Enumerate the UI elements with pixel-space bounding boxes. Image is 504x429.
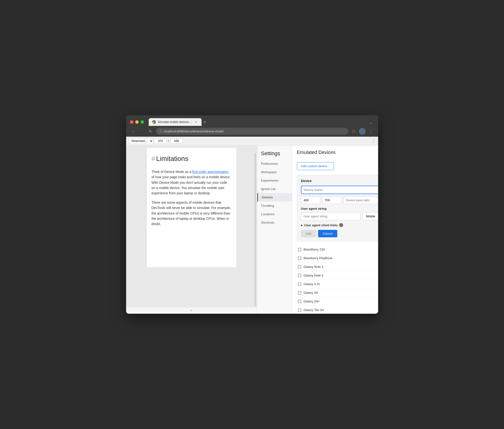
device-checkbox-galaxy-note-3[interactable]: [298, 265, 301, 268]
address-text: localhost:8080/docs/devtools/device-mode…: [164, 129, 224, 133]
nav-right: ⬡ 👤 ⋮: [350, 128, 374, 135]
tab-close-button[interactable]: ×: [194, 120, 198, 124]
back-icon: ←: [131, 129, 135, 134]
ua-hints-arrow: ▶: [301, 224, 303, 226]
preview-bottom: ≡: [126, 307, 257, 314]
heading-text: Limitations: [156, 155, 188, 162]
device-name-galaxy-note-3: Galaxy Note 3: [304, 265, 378, 268]
profile-icon: 👤: [360, 129, 364, 133]
dimension-selector: Dimension... ×: [129, 138, 183, 144]
list-item[interactable]: BlackBerry Z30: [297, 245, 378, 254]
device-name-galaxy-s9plus: Galaxy S9+: [304, 300, 378, 303]
maximize-traffic-light[interactable]: [141, 120, 144, 124]
sidebar-item-throttling[interactable]: Throttling: [257, 202, 292, 210]
dimension-select[interactable]: Dimension...: [129, 138, 153, 144]
ua-type-select[interactable]: Mobile Desktop Tablet: [362, 212, 378, 220]
device-name-galaxy-s8: Galaxy S8: [304, 291, 378, 295]
ua-string-label: User agent string: [301, 207, 378, 210]
device-name-blackberry-playbook: Blackberry PlayBook: [304, 256, 378, 260]
width-input[interactable]: [154, 138, 167, 144]
ua-hints-info-icon[interactable]: i: [339, 223, 343, 227]
active-tab[interactable]: Simulate mobile devices with D ×: [149, 118, 202, 126]
new-tab-button[interactable]: +: [202, 118, 208, 126]
paragraph-1: Think of Device Mode as a first-order ap…: [152, 169, 232, 196]
ua-row: Mobile Desktop Tablet: [301, 212, 378, 220]
refresh-icon: ↻: [149, 129, 152, 134]
resize-handle[interactable]: ≡: [190, 308, 193, 312]
device-checkbox-galaxy-s8[interactable]: [298, 291, 301, 295]
para1-link[interactable]: first-order approximation: [192, 170, 229, 174]
para1-prefix: Think of Device Mode as a: [152, 170, 192, 174]
list-item[interactable]: Galaxy S9+: [297, 297, 378, 306]
device-height-input[interactable]: [322, 197, 341, 204]
device-name-galaxy-tab-s4: Galaxy Tab S4: [304, 308, 378, 312]
device-form: Device User agent string: [297, 175, 378, 241]
device-checkbox-blackberry-playbook[interactable]: [298, 257, 301, 260]
close-traffic-light[interactable]: [130, 120, 133, 124]
sidebar-item-experiments[interactable]: Experiments: [257, 176, 292, 185]
device-checkbox-blackberry-z30[interactable]: [298, 248, 301, 251]
forward-button[interactable]: →: [139, 128, 145, 135]
traffic-lights: [130, 120, 144, 124]
more-options-button[interactable]: ⋮: [368, 128, 374, 135]
device-checkbox-galaxy-s-iii[interactable]: [298, 283, 301, 286]
device-dimensions-row: [301, 197, 378, 204]
settings-panel: Settings Preferences Workspace Experimen…: [257, 146, 378, 314]
list-item[interactable]: Galaxy Note II: [297, 271, 378, 280]
list-item[interactable]: Galaxy Tab S4: [297, 306, 378, 314]
page-scrollbar[interactable]: [255, 153, 256, 306]
cancel-device-button[interactable]: Cancel: [318, 230, 337, 237]
emulated-devices-header: Emulated Devices ✕: [292, 146, 378, 158]
tab-menu-button[interactable]: ⌄: [367, 119, 374, 126]
dimension-separator: ×: [168, 139, 169, 143]
device-checkbox-galaxy-tab-s4[interactable]: [298, 308, 301, 312]
sidebar-item-preferences[interactable]: Preferences: [257, 160, 292, 168]
add-device-submit-button[interactable]: Add: [301, 230, 316, 237]
device-checkbox-galaxy-note-ii[interactable]: [298, 274, 301, 277]
device-width-input[interactable]: [301, 197, 320, 204]
ua-string-input[interactable]: [301, 212, 360, 220]
add-custom-device-button[interactable]: Add custom device...: [297, 162, 334, 170]
height-input[interactable]: [170, 138, 183, 144]
refresh-button[interactable]: ↻: [147, 128, 154, 135]
device-name-input[interactable]: [301, 186, 378, 194]
device-name-galaxy-note-ii: Galaxy Note II: [304, 274, 378, 277]
forward-icon: →: [140, 129, 144, 134]
main-content: #Limitations Think of Device Mode as a f…: [126, 146, 378, 314]
settings-title: Settings: [257, 146, 292, 160]
more-options-icon[interactable]: ⋮: [371, 139, 375, 143]
back-button[interactable]: ←: [130, 128, 137, 135]
chrome-favicon: [152, 120, 156, 124]
emulated-devices-title: Emulated Devices: [297, 150, 336, 155]
title-bar: Simulate mobile devices with D × + ⌄: [126, 115, 378, 126]
sidebar-item-devices[interactable]: Devices: [257, 193, 292, 202]
form-actions: Add Cancel: [301, 230, 378, 237]
sidebar-item-locations[interactable]: Locations: [257, 210, 292, 218]
cast-button[interactable]: ⬡: [350, 128, 357, 135]
profile-button[interactable]: 👤: [359, 128, 366, 135]
list-item[interactable]: Galaxy S III: [297, 280, 378, 288]
tab-bar: Simulate mobile devices with D × + ⌄: [149, 118, 374, 126]
cast-icon: ⬡: [352, 129, 355, 134]
settings-sidebar: Settings Preferences Workspace Experimen…: [257, 146, 292, 314]
page-preview: #Limitations Think of Device Mode as a f…: [126, 146, 257, 314]
device-pixel-ratio-input[interactable]: [343, 197, 378, 204]
device-list: BlackBerry Z30 Blackberry PlayBook Galax…: [297, 245, 378, 314]
emulated-devices-panel: Emulated Devices ✕ Add custom device... …: [292, 146, 378, 314]
page-content: #Limitations Think of Device Mode as a f…: [146, 147, 237, 268]
tab-title: Simulate mobile devices with D: [158, 120, 192, 124]
address-bar[interactable]: ⓘ localhost:8080/docs/devtools/device-mo…: [156, 128, 348, 135]
minimize-traffic-light[interactable]: [135, 120, 139, 124]
para1-suffix: of how your page looks and feels on a mo…: [152, 175, 231, 195]
sidebar-item-ignore-list[interactable]: Ignore List: [257, 185, 292, 193]
nav-bar: ← → ↻ ⓘ localhost:8080/docs/devtools/dev…: [126, 126, 378, 137]
list-item[interactable]: Galaxy S8: [297, 288, 378, 297]
device-name-galaxy-s-iii: Galaxy S III: [304, 282, 378, 286]
list-item[interactable]: Galaxy Note 3: [297, 263, 378, 271]
list-item[interactable]: Blackberry PlayBook: [297, 254, 378, 263]
sidebar-item-shortcuts[interactable]: Shortcuts: [257, 218, 292, 227]
address-info-icon: ⓘ: [159, 129, 162, 133]
ua-hints-row[interactable]: ▶ User agent client hints i: [301, 223, 378, 227]
sidebar-item-workspace[interactable]: Workspace: [257, 168, 292, 176]
device-checkbox-galaxy-s9plus[interactable]: [298, 300, 301, 303]
